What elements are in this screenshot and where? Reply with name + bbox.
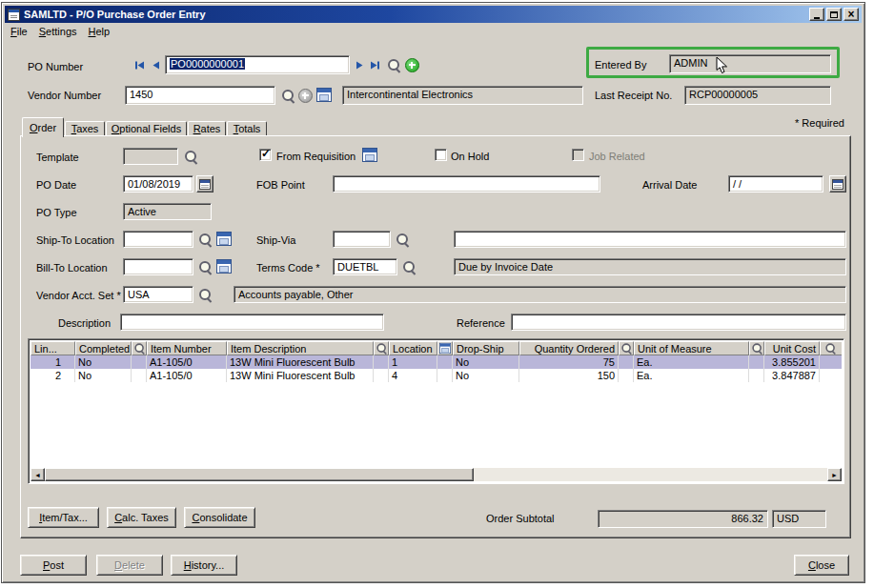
cell-drop-ship[interactable]: No [453,355,519,369]
po-date-calendar-button[interactable] [196,175,213,193]
finder-icon [751,343,762,355]
cell-unit-of-measure[interactable]: Ea. [634,369,749,382]
ship-via-description-input[interactable] [454,231,846,248]
tab-rates[interactable]: Rates [188,121,226,135]
po-date-input[interactable]: 01/08/2019 [123,175,193,193]
cell-completed[interactable]: No [75,355,132,369]
template-finder-button[interactable] [183,149,198,164]
column-header-item-finder[interactable] [132,341,147,355]
cell-unit-cost[interactable]: 3.847887 [764,369,820,382]
cell-completed[interactable]: No [75,369,132,382]
close-button[interactable]: Close [794,555,849,576]
bill-to-finder-button[interactable] [197,259,213,274]
tab-totals[interactable]: Totals [227,121,267,135]
description-input[interactable] [120,314,384,331]
terms-code-input[interactable]: DUETBL [333,258,397,275]
history-button[interactable]: History... [171,555,237,576]
vendor-acct-finder-button[interactable] [197,287,213,302]
scroll-left-button[interactable] [30,468,45,481]
column-header-quantity-ordered[interactable]: Quantity Ordered [519,341,619,355]
column-header-completed[interactable]: Completed [75,341,132,355]
from-requisition-checkbox[interactable] [259,149,272,161]
po-number-finder-button[interactable] [386,57,401,72]
column-header-next-finder[interactable] [820,341,842,355]
tab-taxes[interactable]: Taxes [65,121,105,135]
tab-order[interactable]: Order [22,117,64,137]
arrival-date-input[interactable]: / / [728,175,823,193]
ship-to-finder-button[interactable] [197,232,213,247]
column-header-drilldown[interactable] [437,341,453,355]
cell-line[interactable]: 1 [30,355,75,369]
vendor-acct-set-input[interactable]: USA [123,286,193,303]
cell-item-description[interactable]: 13W Mini Fluorescent Bulb [227,369,374,382]
first-record-button[interactable] [132,57,147,72]
cell-location[interactable]: 1 [389,355,437,369]
vendor-number-input[interactable]: 1450 [125,86,275,105]
calc-taxes-button[interactable]: Calc. Taxes [107,507,176,528]
cell-location[interactable]: 4 [389,369,437,382]
post-button[interactable]: Post [20,555,87,576]
new-po-button[interactable] [404,57,419,72]
last-record-button[interactable] [367,57,382,72]
consolidate-button[interactable]: Consolidate [184,507,255,528]
cell-item-description[interactable]: 13W Mini Fluorescent Bulb [227,355,374,369]
terms-code-finder-button[interactable] [401,259,417,274]
cell-unit-of-measure[interactable]: Ea. [634,355,749,369]
scroll-right-button[interactable] [827,468,842,481]
ship-via-finder-button[interactable] [395,232,410,247]
reference-input[interactable] [511,314,846,331]
table-row[interactable]: 2 No A1-105/0 13W Mini Fluorescent Bulb … [30,369,842,382]
new-vendor-button[interactable] [297,88,313,103]
minimize-button[interactable] [809,8,824,21]
vendor-finder-button[interactable] [280,88,295,103]
ship-to-location-input[interactable] [123,231,193,248]
cell-item-number[interactable]: A1-105/0 [147,355,227,369]
column-header-item-number[interactable]: Item Number [147,341,227,355]
column-header-location-finder[interactable] [374,341,389,355]
currency-field: USD [772,510,826,528]
arrival-date-calendar-button[interactable] [829,175,846,193]
column-header-cost-finder[interactable] [749,341,764,355]
bill-to-drilldown-button[interactable] [215,258,233,274]
job-related-checkbox [572,149,584,161]
cell-quantity-ordered[interactable]: 150 [519,369,619,382]
column-header-location[interactable]: Location [389,341,437,355]
close-window-button[interactable] [844,8,859,21]
ship-via-input[interactable] [333,231,391,248]
requisition-drilldown-button[interactable] [361,147,378,162]
column-header-unit-cost[interactable]: Unit Cost [764,341,820,355]
scroll-thumb[interactable] [45,468,474,481]
menu-item-file[interactable]: File [5,24,33,39]
finder-icon [396,233,410,247]
last-record-icon [368,58,382,72]
on-hold-checkbox[interactable] [435,149,447,161]
column-header-drop-ship[interactable]: Drop-Ship [453,341,519,355]
maximize-button[interactable] [826,8,842,21]
item-tax-button[interactable]: Item/Tax... [28,507,99,528]
cell-line[interactable]: 2 [30,369,75,382]
table-row[interactable]: 1 No A1-105/0 13W Mini Fluorescent Bulb … [30,355,842,369]
template-input[interactable] [123,148,178,165]
fob-point-input[interactable] [333,175,600,193]
vendor-acct-description-field: Accounts payable, Other [234,286,846,303]
column-header-item-description[interactable]: Item Description [227,341,374,355]
column-header-uom-finder[interactable] [619,341,634,355]
cell-item-number[interactable]: A1-105/0 [147,369,227,382]
mouse-cursor [716,56,728,77]
finder-icon [825,343,837,355]
cell-quantity-ordered[interactable]: 75 [519,355,619,369]
cell-unit-cost[interactable]: 3.855201 [764,355,820,369]
cell-drop-ship[interactable]: No [453,369,519,382]
menu-item-help[interactable]: Help [83,24,116,39]
menu-item-settings[interactable]: Settings [33,24,83,39]
bill-to-location-input[interactable] [123,258,193,275]
tab-optional-fields[interactable]: Optional Fields [106,121,187,135]
next-record-button[interactable] [352,57,367,72]
ship-to-drilldown-button[interactable] [215,231,233,246]
column-header-unit-of-measure[interactable]: Unit of Measure [634,341,749,355]
vendor-drilldown-button[interactable] [315,87,333,102]
previous-record-button[interactable] [148,57,163,72]
calendar-icon [199,179,211,190]
po-number-input[interactable]: PO0000000001 [165,55,350,74]
column-header-line[interactable]: Lin... [30,341,75,355]
